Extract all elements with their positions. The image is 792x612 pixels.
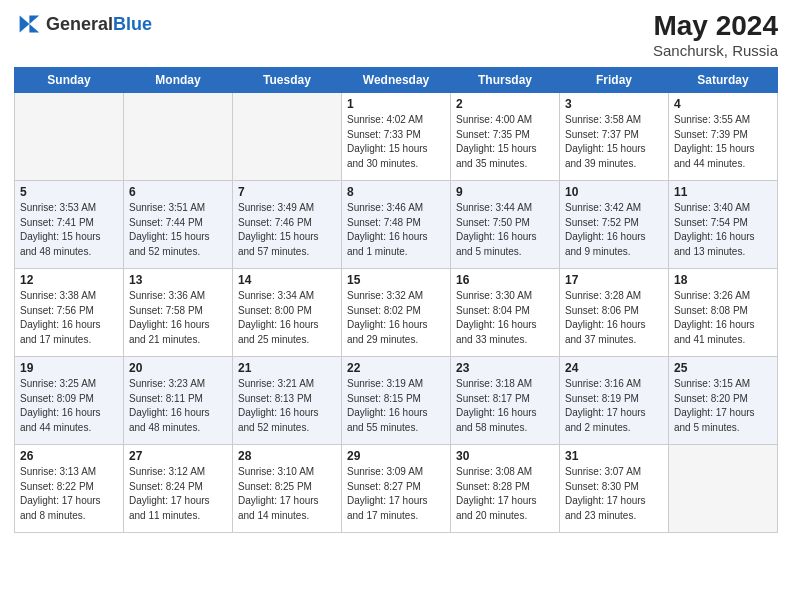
day-info: Sunrise: 3:55 AMSunset: 7:39 PMDaylight:…: [674, 113, 772, 171]
calendar-cell: 8Sunrise: 3:46 AMSunset: 7:48 PMDaylight…: [342, 181, 451, 269]
calendar-cell: 12Sunrise: 3:38 AMSunset: 7:56 PMDayligh…: [15, 269, 124, 357]
calendar-cell: 9Sunrise: 3:44 AMSunset: 7:50 PMDaylight…: [451, 181, 560, 269]
day-number: 29: [347, 449, 445, 463]
day-number: 11: [674, 185, 772, 199]
calendar-cell: 28Sunrise: 3:10 AMSunset: 8:25 PMDayligh…: [233, 445, 342, 533]
calendar-cell: 29Sunrise: 3:09 AMSunset: 8:27 PMDayligh…: [342, 445, 451, 533]
title-block: May 2024 Sanchursk, Russia: [653, 10, 778, 59]
day-info: Sunrise: 3:34 AMSunset: 8:00 PMDaylight:…: [238, 289, 336, 347]
day-info: Sunrise: 3:42 AMSunset: 7:52 PMDaylight:…: [565, 201, 663, 259]
day-info: Sunrise: 3:21 AMSunset: 8:13 PMDaylight:…: [238, 377, 336, 435]
day-number: 20: [129, 361, 227, 375]
svg-marker-0: [20, 16, 30, 33]
calendar-cell: 7Sunrise: 3:49 AMSunset: 7:46 PMDaylight…: [233, 181, 342, 269]
day-number: 8: [347, 185, 445, 199]
day-number: 14: [238, 273, 336, 287]
calendar-location: Sanchursk, Russia: [653, 42, 778, 59]
weekday-header-saturday: Saturday: [669, 68, 778, 93]
day-info: Sunrise: 3:51 AMSunset: 7:44 PMDaylight:…: [129, 201, 227, 259]
logo-text: GeneralBlue: [46, 14, 152, 35]
svg-marker-1: [29, 16, 39, 24]
calendar-cell: 17Sunrise: 3:28 AMSunset: 8:06 PMDayligh…: [560, 269, 669, 357]
calendar-cell: 16Sunrise: 3:30 AMSunset: 8:04 PMDayligh…: [451, 269, 560, 357]
calendar-title: May 2024: [653, 10, 778, 42]
calendar-cell: [124, 93, 233, 181]
day-info: Sunrise: 3:36 AMSunset: 7:58 PMDaylight:…: [129, 289, 227, 347]
calendar-cell: 18Sunrise: 3:26 AMSunset: 8:08 PMDayligh…: [669, 269, 778, 357]
calendar-cell: 3Sunrise: 3:58 AMSunset: 7:37 PMDaylight…: [560, 93, 669, 181]
calendar-cell: 6Sunrise: 3:51 AMSunset: 7:44 PMDaylight…: [124, 181, 233, 269]
generalblue-logo-icon: [14, 10, 42, 38]
calendar-table: SundayMondayTuesdayWednesdayThursdayFrid…: [14, 67, 778, 533]
calendar-cell: 11Sunrise: 3:40 AMSunset: 7:54 PMDayligh…: [669, 181, 778, 269]
day-number: 2: [456, 97, 554, 111]
day-number: 4: [674, 97, 772, 111]
day-info: Sunrise: 3:13 AMSunset: 8:22 PMDaylight:…: [20, 465, 118, 523]
day-info: Sunrise: 3:58 AMSunset: 7:37 PMDaylight:…: [565, 113, 663, 171]
day-info: Sunrise: 3:25 AMSunset: 8:09 PMDaylight:…: [20, 377, 118, 435]
calendar-cell: 27Sunrise: 3:12 AMSunset: 8:24 PMDayligh…: [124, 445, 233, 533]
calendar-week-5: 26Sunrise: 3:13 AMSunset: 8:22 PMDayligh…: [15, 445, 778, 533]
day-info: Sunrise: 3:30 AMSunset: 8:04 PMDaylight:…: [456, 289, 554, 347]
day-info: Sunrise: 3:32 AMSunset: 8:02 PMDaylight:…: [347, 289, 445, 347]
day-info: Sunrise: 4:02 AMSunset: 7:33 PMDaylight:…: [347, 113, 445, 171]
calendar-cell: 31Sunrise: 3:07 AMSunset: 8:30 PMDayligh…: [560, 445, 669, 533]
day-info: Sunrise: 3:09 AMSunset: 8:27 PMDaylight:…: [347, 465, 445, 523]
day-info: Sunrise: 3:16 AMSunset: 8:19 PMDaylight:…: [565, 377, 663, 435]
weekday-header-friday: Friday: [560, 68, 669, 93]
day-info: Sunrise: 3:08 AMSunset: 8:28 PMDaylight:…: [456, 465, 554, 523]
calendar-cell: 13Sunrise: 3:36 AMSunset: 7:58 PMDayligh…: [124, 269, 233, 357]
day-info: Sunrise: 4:00 AMSunset: 7:35 PMDaylight:…: [456, 113, 554, 171]
calendar-week-4: 19Sunrise: 3:25 AMSunset: 8:09 PMDayligh…: [15, 357, 778, 445]
day-number: 6: [129, 185, 227, 199]
day-number: 3: [565, 97, 663, 111]
day-number: 18: [674, 273, 772, 287]
day-info: Sunrise: 3:28 AMSunset: 8:06 PMDaylight:…: [565, 289, 663, 347]
calendar-cell: 23Sunrise: 3:18 AMSunset: 8:17 PMDayligh…: [451, 357, 560, 445]
day-number: 5: [20, 185, 118, 199]
calendar-week-2: 5Sunrise: 3:53 AMSunset: 7:41 PMDaylight…: [15, 181, 778, 269]
day-number: 23: [456, 361, 554, 375]
calendar-cell: 19Sunrise: 3:25 AMSunset: 8:09 PMDayligh…: [15, 357, 124, 445]
calendar-week-1: 1Sunrise: 4:02 AMSunset: 7:33 PMDaylight…: [15, 93, 778, 181]
day-info: Sunrise: 3:46 AMSunset: 7:48 PMDaylight:…: [347, 201, 445, 259]
weekday-header-sunday: Sunday: [15, 68, 124, 93]
day-info: Sunrise: 3:12 AMSunset: 8:24 PMDaylight:…: [129, 465, 227, 523]
day-number: 7: [238, 185, 336, 199]
day-number: 19: [20, 361, 118, 375]
page: GeneralBlue May 2024 Sanchursk, Russia S…: [0, 0, 792, 612]
day-number: 12: [20, 273, 118, 287]
header: GeneralBlue May 2024 Sanchursk, Russia: [14, 10, 778, 59]
weekday-header-tuesday: Tuesday: [233, 68, 342, 93]
day-number: 24: [565, 361, 663, 375]
svg-marker-2: [29, 24, 39, 32]
calendar-cell: 24Sunrise: 3:16 AMSunset: 8:19 PMDayligh…: [560, 357, 669, 445]
day-number: 15: [347, 273, 445, 287]
day-number: 22: [347, 361, 445, 375]
day-number: 21: [238, 361, 336, 375]
weekday-header-monday: Monday: [124, 68, 233, 93]
day-info: Sunrise: 3:53 AMSunset: 7:41 PMDaylight:…: [20, 201, 118, 259]
day-info: Sunrise: 3:26 AMSunset: 8:08 PMDaylight:…: [674, 289, 772, 347]
day-info: Sunrise: 3:38 AMSunset: 7:56 PMDaylight:…: [20, 289, 118, 347]
calendar-cell: 26Sunrise: 3:13 AMSunset: 8:22 PMDayligh…: [15, 445, 124, 533]
logo-blue: Blue: [113, 14, 152, 34]
day-info: Sunrise: 3:19 AMSunset: 8:15 PMDaylight:…: [347, 377, 445, 435]
calendar-cell: 1Sunrise: 4:02 AMSunset: 7:33 PMDaylight…: [342, 93, 451, 181]
calendar-cell: 30Sunrise: 3:08 AMSunset: 8:28 PMDayligh…: [451, 445, 560, 533]
day-info: Sunrise: 3:07 AMSunset: 8:30 PMDaylight:…: [565, 465, 663, 523]
day-info: Sunrise: 3:23 AMSunset: 8:11 PMDaylight:…: [129, 377, 227, 435]
day-number: 30: [456, 449, 554, 463]
weekday-header-wednesday: Wednesday: [342, 68, 451, 93]
day-info: Sunrise: 3:49 AMSunset: 7:46 PMDaylight:…: [238, 201, 336, 259]
weekday-header-thursday: Thursday: [451, 68, 560, 93]
calendar-cell: 10Sunrise: 3:42 AMSunset: 7:52 PMDayligh…: [560, 181, 669, 269]
day-info: Sunrise: 3:44 AMSunset: 7:50 PMDaylight:…: [456, 201, 554, 259]
logo-general: General: [46, 14, 113, 34]
day-info: Sunrise: 3:10 AMSunset: 8:25 PMDaylight:…: [238, 465, 336, 523]
day-number: 1: [347, 97, 445, 111]
calendar-cell: 25Sunrise: 3:15 AMSunset: 8:20 PMDayligh…: [669, 357, 778, 445]
day-number: 27: [129, 449, 227, 463]
day-number: 25: [674, 361, 772, 375]
day-number: 17: [565, 273, 663, 287]
